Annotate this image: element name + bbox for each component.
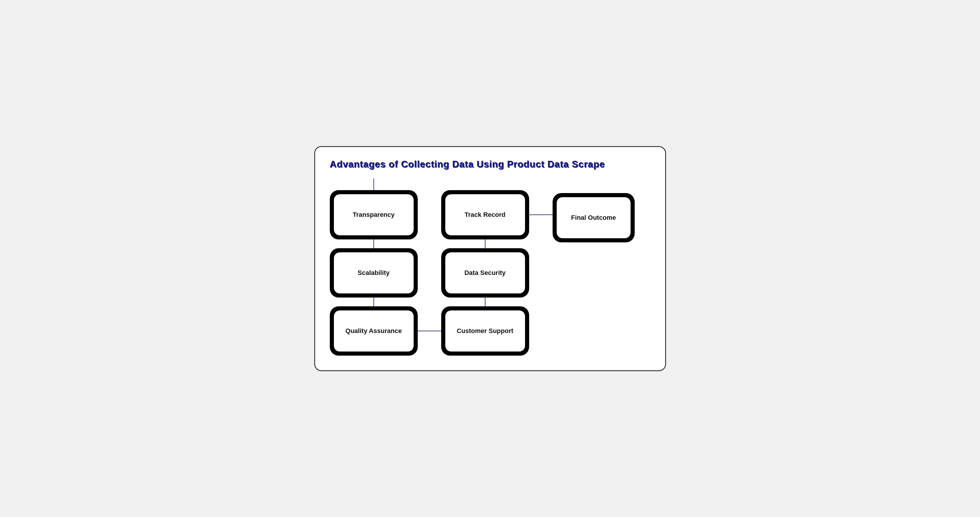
transparency-box-outer: Transparency	[330, 190, 418, 239]
track-record-label: Track Record	[465, 211, 505, 219]
scalability-box-outer: Scalability	[330, 248, 418, 298]
data-security-box-inner: Data Security	[445, 252, 525, 294]
far-right-column: Final Outcome	[553, 179, 635, 243]
track-record-box-wrapper: Track Record	[441, 190, 529, 239]
transparency-label: Transparency	[353, 211, 395, 219]
track-record-box-outer: Track Record	[441, 190, 529, 239]
quality-assurance-box-outer: Quality Assurance	[330, 306, 418, 356]
transparency-box-inner: Transparency	[334, 194, 414, 235]
right-column: Track Record Data Security	[441, 179, 529, 356]
final-outcome-box-inner: Final Outcome	[557, 197, 630, 238]
scalability-box-wrapper: Scalability	[330, 248, 418, 298]
customer-support-label: Customer Support	[457, 327, 513, 335]
track-record-box-inner: Track Record	[445, 194, 525, 235]
data-security-box-wrapper: Data Security	[441, 248, 529, 298]
v-connector-3	[485, 239, 485, 248]
customer-support-box-inner: Customer Support	[445, 310, 525, 351]
scalability-box-inner: Scalability	[334, 252, 414, 294]
quality-assurance-box-inner: Quality Assurance	[334, 310, 414, 351]
customer-support-box-wrapper: Customer Support	[441, 306, 529, 356]
data-security-label: Data Security	[465, 269, 506, 277]
quality-assurance-label: Quality Assurance	[345, 327, 402, 335]
final-outcome-label: Final Outcome	[571, 214, 616, 222]
scalability-label: Scalability	[358, 269, 390, 277]
transparency-box-wrapper: Transparency	[330, 190, 418, 239]
final-outcome-wrapper: Final Outcome	[553, 193, 635, 243]
columns-row: Transparency Scalability	[330, 179, 635, 356]
v-connector-2	[374, 298, 374, 306]
title-v-connector	[374, 179, 374, 190]
v-connector-1	[374, 239, 374, 248]
v-connector-4	[485, 298, 485, 306]
diagram-wrapper: Transparency Scalability	[330, 179, 651, 356]
data-security-box-outer: Data Security	[441, 248, 529, 298]
customer-support-box-outer: Customer Support	[441, 306, 529, 356]
final-outcome-box-outer: Final Outcome	[553, 193, 635, 243]
quality-assurance-box-wrapper: Quality Assurance	[330, 306, 418, 356]
left-column: Transparency Scalability	[330, 179, 418, 356]
outer-container: Advantages of Collecting Data Using Prod…	[314, 146, 666, 371]
final-outcome-box-wrapper: Final Outcome	[553, 193, 635, 243]
page-title: Advantages of Collecting Data Using Prod…	[330, 159, 651, 169]
